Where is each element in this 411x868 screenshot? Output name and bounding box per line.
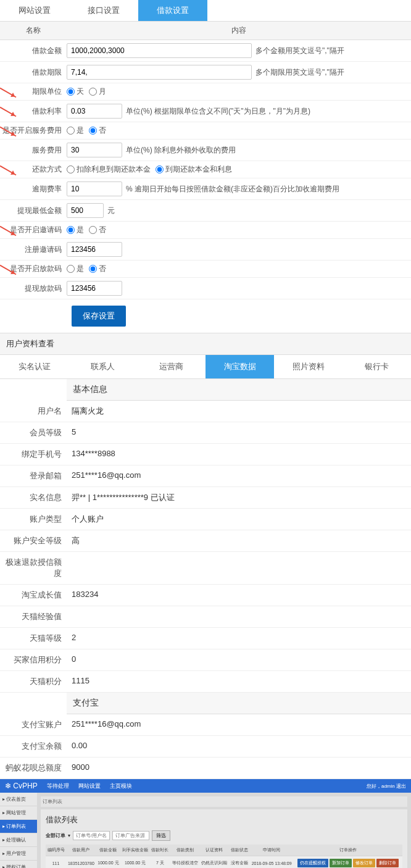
label-rate: 借款利率 bbox=[0, 106, 67, 117]
sidebar-item[interactable]: ▸ 网站管理 bbox=[0, 806, 37, 820]
tab-site[interactable]: 网站设置 bbox=[0, 0, 69, 21]
opt-repay2: 到期还款本金和利息 bbox=[165, 164, 232, 175]
label-invite-on: 是否开启邀请码 bbox=[0, 225, 67, 235]
tab-photos[interactable]: 照片资料 bbox=[274, 355, 342, 378]
sidebar-item[interactable]: ▸ 仪表首页 bbox=[0, 793, 37, 806]
opt-yes: 是 bbox=[77, 225, 84, 235]
tab-operator[interactable]: 运营商 bbox=[137, 355, 206, 378]
row-repay: 还款方式 扣除利息到期还款本金 到期还款本金和利息 bbox=[0, 161, 411, 178]
row-invite-on: 是否开启邀请码 是 否 bbox=[0, 222, 411, 239]
label-min-withdraw: 提现最低金额 bbox=[0, 206, 67, 216]
radio-service-no[interactable] bbox=[89, 127, 97, 135]
nav-item[interactable]: 网站设置 bbox=[78, 782, 101, 790]
radio-invite-no[interactable] bbox=[89, 226, 97, 234]
radio-repay2[interactable] bbox=[156, 165, 164, 173]
info-label: 天猫等级 bbox=[0, 628, 67, 649]
table-header: 借款时长 bbox=[150, 845, 170, 856]
filter-input-2[interactable] bbox=[112, 831, 149, 840]
row-invite-code: 注册邀请码 bbox=[0, 239, 411, 261]
radio-month[interactable] bbox=[89, 88, 97, 96]
tab-bank[interactable]: 银行卡 bbox=[342, 355, 411, 378]
input-amount[interactable] bbox=[67, 43, 252, 58]
filter-button[interactable]: 筛选 bbox=[152, 830, 170, 841]
input-invite-code[interactable] bbox=[67, 242, 122, 257]
logout-link[interactable]: 退出 bbox=[396, 783, 406, 789]
sidebar-item[interactable]: ▸ 订单列表 bbox=[0, 820, 37, 833]
info-label: 淘宝成长值 bbox=[0, 585, 67, 606]
row-withdraw-code: 提现放款码 bbox=[0, 278, 411, 299]
action-button[interactable]: 新加订单 bbox=[330, 859, 352, 867]
table-cell: 7 天 bbox=[150, 856, 170, 869]
radio-repay1[interactable] bbox=[67, 165, 75, 173]
action-button[interactable]: 仍在提醒授权 bbox=[297, 859, 328, 867]
ops-cell: 仍在提醒授权新加订单修改订单删除订单 bbox=[294, 856, 402, 869]
alipay-info-table: 支付宝 支付宝账户251****16@qq.com支付宝余额0.00蚂蚁花呗总额… bbox=[0, 693, 411, 779]
tab-loan[interactable]: 借款设置 bbox=[138, 0, 207, 21]
filter-input-1[interactable] bbox=[73, 831, 110, 840]
table-header: 到手实收金额 bbox=[120, 845, 150, 856]
opt-month: 月 bbox=[99, 86, 106, 97]
info-value: 0.00 bbox=[67, 736, 411, 757]
input-withdraw-code[interactable] bbox=[67, 281, 122, 296]
table-cell: 等待授权清空 bbox=[170, 856, 200, 869]
info-value: 个人账户 bbox=[67, 509, 411, 530]
tab-taobao[interactable]: 淘宝数据 bbox=[206, 355, 274, 378]
opt-no: 否 bbox=[99, 225, 106, 235]
row-unit: 期限单位 天 月 bbox=[0, 83, 411, 101]
info-value: 251****16@qq.com bbox=[67, 465, 411, 486]
page-title: 借款列表 bbox=[46, 814, 402, 825]
table-cell: 1000.00 元 bbox=[120, 856, 150, 869]
radio-day[interactable] bbox=[67, 88, 75, 96]
radio-loancode-no[interactable] bbox=[89, 265, 97, 273]
filter-category[interactable]: 全部订单 bbox=[46, 832, 65, 839]
info-label: 极速退款授信额度 bbox=[0, 552, 67, 584]
nav-item[interactable]: 等待处理 bbox=[47, 782, 69, 790]
info-row: 天猫积分1115 bbox=[0, 671, 411, 693]
settings-tabs: 网站设置 接口设置 借款设置 bbox=[0, 0, 411, 22]
label-withdraw-code: 提现放款码 bbox=[0, 283, 67, 294]
tab-realname[interactable]: 实名认证 bbox=[0, 355, 68, 378]
table-cell: 2018-09-05 13:48:09 bbox=[249, 856, 293, 869]
action-button[interactable]: 修改订单 bbox=[353, 859, 375, 867]
table-header: 借款类别 bbox=[170, 845, 200, 856]
info-value: 5 bbox=[67, 422, 411, 443]
input-overdue[interactable] bbox=[67, 182, 122, 196]
info-label: 实名信息 bbox=[0, 487, 67, 508]
info-value: 0 bbox=[67, 649, 411, 670]
label-repay: 还款方式 bbox=[0, 164, 67, 175]
radio-loancode-yes[interactable] bbox=[67, 265, 75, 273]
info-value bbox=[67, 606, 411, 627]
input-min-withdraw[interactable] bbox=[67, 203, 104, 218]
tab-api[interactable]: 接口设置 bbox=[69, 0, 138, 21]
info-row: 用户名隔离火龙 bbox=[0, 401, 411, 422]
input-rate[interactable] bbox=[67, 104, 122, 119]
tab-contacts[interactable]: 联系人 bbox=[68, 355, 137, 378]
opt-no: 否 bbox=[99, 264, 106, 274]
hint-service-fee: 单位(%) 除利息外额外收取的费用 bbox=[126, 145, 236, 156]
info-row: 账户类型个人账户 bbox=[0, 509, 411, 530]
radio-service-yes[interactable] bbox=[67, 127, 75, 135]
sidebar-item[interactable]: ▸ 用户管理 bbox=[0, 847, 37, 861]
label-service-on: 是否开启服务费用 bbox=[0, 125, 67, 136]
radio-invite-yes[interactable] bbox=[67, 226, 75, 234]
admin-user: 您好，admin bbox=[367, 783, 395, 789]
info-value: 隔离火龙 bbox=[67, 401, 411, 422]
col-name: 名称 bbox=[0, 22, 67, 40]
info-row: 极速退款授信额度 bbox=[0, 552, 411, 585]
input-period[interactable] bbox=[67, 65, 252, 80]
save-button[interactable]: 保存设置 bbox=[72, 306, 126, 327]
admin-main: 订单列表 借款列表 全部订单 ▾ 筛选 编码序号借款用户借款金额到手实收金额借款… bbox=[37, 793, 411, 868]
sidebar-item[interactable]: ▸ 处理确认 bbox=[0, 833, 37, 847]
row-loan-code-on: 是否开启放款码 是 否 bbox=[0, 261, 411, 278]
info-label: 支付宝账户 bbox=[0, 714, 67, 735]
table-cell: 18351203780 bbox=[66, 856, 96, 869]
info-row: 天猫经验值 bbox=[0, 606, 411, 628]
input-service-fee[interactable] bbox=[67, 143, 122, 157]
nav-item[interactable]: 主页模块 bbox=[110, 782, 132, 790]
sidebar-item[interactable]: ▸ 授权订单 bbox=[0, 861, 37, 868]
opt-yes: 是 bbox=[77, 264, 84, 274]
table-header: 借款状态 bbox=[229, 845, 249, 856]
info-row: 支付宝余额0.00 bbox=[0, 736, 411, 757]
action-button[interactable]: 删除订单 bbox=[376, 859, 399, 867]
opt-repay1: 扣除利息到期还款本金 bbox=[77, 164, 151, 175]
